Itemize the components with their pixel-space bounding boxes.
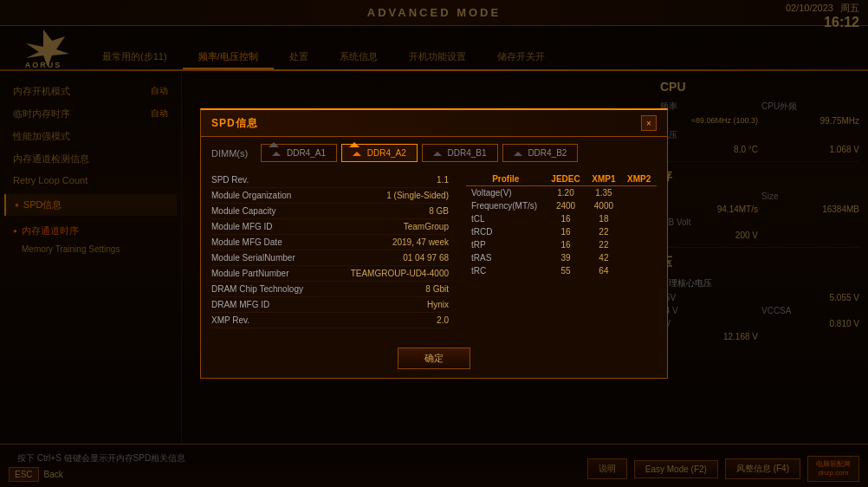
dialog-title: SPD信息 [211, 116, 258, 131]
profile-row-3-label: tRCD [466, 225, 545, 238]
ok-button[interactable]: 确定 [398, 347, 470, 369]
profile-row-5: tRAS 39 42 [466, 251, 657, 264]
profile-table: Profile JEDEC XMP1 XMP2 Voltage(V) 1.20 … [466, 172, 657, 277]
profile-row-2: tCL 16 18 [466, 212, 657, 225]
profile-row-0: Voltage(V) 1.20 1.35 [466, 186, 657, 200]
profile-row-0-xmp1: 1.35 [586, 186, 622, 200]
spd-value-7: 8 Gbit [425, 284, 449, 294]
profile-row-5-label: tRAS [466, 251, 545, 264]
spd-value-1: 1 (Single-Sided) [386, 191, 449, 200]
spd-label-1: Module Organization [211, 191, 291, 200]
dimm-tab-a2[interactable]: DDR4_A2 [341, 144, 418, 162]
profile-row-1-xmp2 [621, 199, 657, 212]
dialog-content: SPD Rev. 1.1 Module Organization 1 (Sing… [201, 162, 667, 339]
dimm-tab-b2[interactable]: DDR4_B2 [502, 144, 579, 162]
dimm-label: DIMM(s) [211, 148, 248, 159]
profile-row-0-jedec: 1.20 [545, 186, 586, 200]
profile-row-5-xmp2 [621, 251, 657, 264]
spd-right-panel: Profile JEDEC XMP1 XMP2 Voltage(V) 1.20 … [466, 172, 657, 328]
spd-label-9: XMP Rev. [211, 315, 249, 325]
profile-row-3-jedec: 16 [545, 225, 586, 238]
spd-row-4: Module MFG Date 2019, 47 week [211, 235, 449, 250]
profile-row-6-xmp2 [621, 264, 657, 277]
profile-row-4-jedec: 16 [545, 238, 586, 251]
profile-row-4-xmp1: 22 [586, 238, 622, 251]
dimm-arrow-b2 [514, 152, 522, 156]
spd-dialog: SPD信息 × DIMM(s) DDR4_A1 DDR4_A2 DDR4_B1 … [200, 108, 668, 379]
dimm-tab-a1-label: DDR4_A1 [287, 148, 326, 158]
profile-row-1: Frequency(MT/s) 2400 4000 [466, 199, 657, 212]
spd-label-7: DRAM Chip Technology [211, 284, 303, 294]
spd-value-5: 01 04 97 68 [403, 253, 449, 263]
profile-row-2-jedec: 16 [545, 212, 586, 225]
xmp1-col-header: XMP1 [586, 172, 622, 186]
dimm-tabs: DIMM(s) DDR4_A1 DDR4_A2 DDR4_B1 DDR4_B2 [201, 137, 667, 162]
profile-col-header: Profile [466, 172, 545, 186]
spd-value-6: TEAMGROUP-UD4-4000 [351, 269, 449, 278]
profile-row-6: tRC 55 64 [466, 264, 657, 277]
profile-row-2-xmp2 [621, 212, 657, 225]
profile-row-5-xmp1: 42 [586, 251, 622, 264]
dimm-tab-b1-label: DDR4_B1 [448, 148, 487, 158]
profile-row-1-label: Frequency(MT/s) [466, 199, 545, 212]
spd-row-6: Module PartNumber TEAMGROUP-UD4-4000 [211, 266, 449, 282]
dimm-tab-b2-label: DDR4_B2 [528, 148, 567, 158]
spd-row-3: Module MFG ID TeamGroup [211, 219, 449, 235]
dimm-arrow-b1 [433, 152, 442, 156]
profile-row-3-xmp2 [621, 225, 657, 238]
dimm-tab-a2-label: DDR4_A2 [367, 148, 406, 158]
profile-row-4: tRP 16 22 [466, 238, 657, 251]
dimm-arrow-a1 [272, 152, 281, 156]
dialog-close-button[interactable]: × [641, 115, 657, 131]
profile-row-6-xmp1: 64 [586, 264, 622, 277]
xmp2-col-header: XMP2 [621, 172, 657, 186]
profile-row-0-label: Voltage(V) [466, 186, 545, 200]
spd-value-2: 8 GB [429, 206, 449, 216]
profile-row-3: tRCD 16 22 [466, 225, 657, 238]
dialog-footer: 确定 [201, 339, 667, 378]
dimm-arrow-a2 [353, 152, 361, 156]
spd-row-1: Module Organization 1 (Single-Sided) [211, 188, 449, 204]
profile-row-5-jedec: 39 [545, 251, 586, 264]
profile-row-6-label: tRC [466, 264, 545, 277]
jedec-col-header: JEDEC [545, 172, 586, 186]
profile-row-3-xmp1: 22 [586, 225, 622, 238]
spd-value-4: 2019, 47 week [392, 237, 449, 247]
spd-label-6: Module PartNumber [211, 269, 288, 278]
profile-row-2-xmp1: 18 [586, 212, 622, 225]
dimm-tab-b1[interactable]: DDR4_B1 [422, 144, 498, 162]
spd-value-0: 1.1 [437, 175, 449, 185]
spd-label-4: Module MFG Date [211, 237, 282, 247]
profile-row-4-label: tRP [466, 238, 545, 251]
profile-row-4-xmp2 [621, 238, 657, 251]
spd-row-7: DRAM Chip Technology 8 Gbit [211, 282, 449, 297]
profile-row-6-jedec: 55 [545, 264, 586, 277]
spd-left-panel: SPD Rev. 1.1 Module Organization 1 (Sing… [211, 172, 449, 328]
spd-label-5: Module SerialNumber [211, 253, 295, 263]
profile-row-1-jedec: 2400 [545, 199, 586, 212]
profile-row-2-label: tCL [466, 212, 545, 225]
dimm-tab-a1[interactable]: DDR4_A1 [261, 144, 337, 162]
spd-row-0: SPD Rev. 1.1 [211, 172, 449, 188]
spd-row-5: Module SerialNumber 01 04 97 68 [211, 250, 449, 266]
spd-value-3: TeamGroup [404, 222, 449, 231]
spd-value-9: 2.0 [437, 315, 449, 325]
spd-label-3: Module MFG ID [211, 222, 273, 231]
spd-value-8: Hynix [427, 300, 449, 309]
spd-label-0: SPD Rev. [211, 175, 249, 185]
spd-label-8: DRAM MFG ID [211, 300, 269, 309]
spd-row-9: XMP Rev. 2.0 [211, 313, 449, 328]
spd-label-2: Module Capacity [211, 206, 275, 216]
spd-row-8: DRAM MFG ID Hynix [211, 297, 449, 313]
dialog-titlebar: SPD信息 × [201, 110, 667, 137]
profile-row-1-xmp1: 4000 [586, 199, 622, 212]
profile-row-0-xmp2 [621, 186, 657, 200]
spd-row-2: Module Capacity 8 GB [211, 204, 449, 219]
